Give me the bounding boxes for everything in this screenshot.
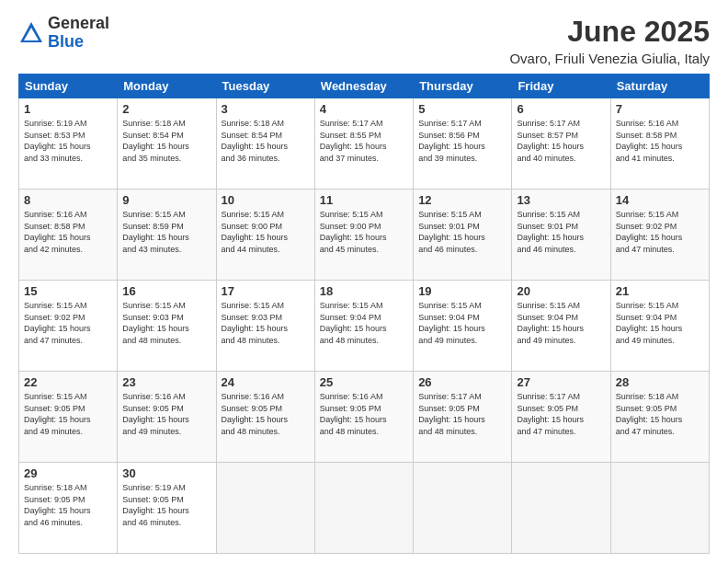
calendar-cell: 20Sunrise: 5:15 AMSunset: 9:04 PMDayligh…	[512, 281, 610, 372]
week-row-5: 29Sunrise: 5:18 AMSunset: 9:05 PMDayligh…	[19, 463, 710, 554]
calendar-cell: 10Sunrise: 5:15 AMSunset: 9:00 PMDayligh…	[216, 190, 314, 281]
calendar-cell: 7Sunrise: 5:16 AMSunset: 8:58 PMDaylight…	[610, 98, 709, 190]
calendar-cell: 15Sunrise: 5:15 AMSunset: 9:02 PMDayligh…	[19, 281, 118, 372]
calendar-cell: 28Sunrise: 5:18 AMSunset: 9:05 PMDayligh…	[610, 372, 709, 463]
calendar-cell: 5Sunrise: 5:17 AMSunset: 8:56 PMDaylight…	[414, 98, 512, 190]
calendar-cell	[512, 463, 610, 554]
day-info: Sunrise: 5:18 AMSunset: 8:54 PMDaylight:…	[122, 118, 210, 164]
day-info: Sunrise: 5:15 AMSunset: 9:02 PMDaylight:…	[616, 209, 704, 255]
day-info: Sunrise: 5:17 AMSunset: 8:56 PMDaylight:…	[418, 118, 506, 164]
calendar-cell: 14Sunrise: 5:15 AMSunset: 9:02 PMDayligh…	[610, 190, 709, 281]
calendar-cell: 6Sunrise: 5:17 AMSunset: 8:57 PMDaylight…	[512, 98, 610, 190]
header: General Blue June 2025 Ovaro, Friuli Ven…	[18, 15, 710, 66]
calendar-cell	[216, 463, 314, 554]
day-number: 27	[517, 375, 605, 389]
day-info: Sunrise: 5:15 AMSunset: 9:02 PMDaylight:…	[24, 300, 112, 346]
calendar-cell: 22Sunrise: 5:15 AMSunset: 9:05 PMDayligh…	[19, 372, 118, 463]
calendar-header-row: Sunday Monday Tuesday Wednesday Thursday…	[19, 75, 710, 98]
calendar-cell: 27Sunrise: 5:17 AMSunset: 9:05 PMDayligh…	[512, 372, 610, 463]
day-info: Sunrise: 5:15 AMSunset: 9:03 PMDaylight:…	[122, 300, 210, 346]
day-number: 5	[418, 102, 506, 116]
day-number: 30	[122, 466, 210, 480]
day-number: 24	[222, 375, 310, 389]
col-sunday: Sunday	[19, 75, 118, 98]
logo-icon	[18, 20, 44, 46]
day-number: 26	[418, 375, 506, 389]
calendar-cell: 13Sunrise: 5:15 AMSunset: 9:01 PMDayligh…	[512, 190, 610, 281]
calendar-cell: 8Sunrise: 5:16 AMSunset: 8:58 PMDaylight…	[19, 190, 118, 281]
calendar-cell: 25Sunrise: 5:16 AMSunset: 9:05 PMDayligh…	[314, 372, 413, 463]
col-tuesday: Tuesday	[216, 75, 314, 98]
day-info: Sunrise: 5:17 AMSunset: 8:55 PMDaylight:…	[320, 118, 408, 164]
day-number: 16	[122, 284, 210, 298]
calendar-cell: 29Sunrise: 5:18 AMSunset: 9:05 PMDayligh…	[19, 463, 118, 554]
day-number: 13	[517, 193, 605, 207]
day-number: 28	[616, 375, 704, 389]
calendar-cell: 24Sunrise: 5:16 AMSunset: 9:05 PMDayligh…	[216, 372, 314, 463]
day-number: 3	[222, 102, 310, 116]
logo-general-text: General	[48, 15, 109, 33]
page: General Blue June 2025 Ovaro, Friuli Ven…	[0, 0, 728, 563]
day-info: Sunrise: 5:15 AMSunset: 8:59 PMDaylight:…	[122, 209, 210, 255]
day-info: Sunrise: 5:15 AMSunset: 9:00 PMDaylight:…	[320, 209, 408, 255]
col-wednesday: Wednesday	[314, 75, 413, 98]
day-info: Sunrise: 5:18 AMSunset: 9:05 PMDaylight:…	[616, 391, 704, 437]
day-number: 29	[24, 466, 112, 480]
location: Ovaro, Friuli Venezia Giulia, Italy	[509, 51, 710, 66]
logo: General Blue	[18, 15, 109, 52]
day-number: 2	[122, 102, 210, 116]
day-info: Sunrise: 5:17 AMSunset: 9:05 PMDaylight:…	[517, 391, 605, 437]
calendar-cell: 30Sunrise: 5:19 AMSunset: 9:05 PMDayligh…	[118, 463, 216, 554]
day-info: Sunrise: 5:15 AMSunset: 9:01 PMDaylight:…	[418, 209, 506, 255]
day-info: Sunrise: 5:17 AMSunset: 9:05 PMDaylight:…	[418, 391, 506, 437]
day-number: 20	[517, 284, 605, 298]
day-info: Sunrise: 5:17 AMSunset: 8:57 PMDaylight:…	[517, 118, 605, 164]
day-info: Sunrise: 5:15 AMSunset: 9:04 PMDaylight:…	[616, 300, 704, 346]
calendar-cell: 9Sunrise: 5:15 AMSunset: 8:59 PMDaylight…	[118, 190, 216, 281]
day-number: 7	[616, 102, 704, 116]
day-number: 10	[222, 193, 310, 207]
day-info: Sunrise: 5:15 AMSunset: 9:04 PMDaylight:…	[320, 300, 408, 346]
day-info: Sunrise: 5:15 AMSunset: 9:00 PMDaylight:…	[222, 209, 310, 255]
day-info: Sunrise: 5:16 AMSunset: 9:05 PMDaylight:…	[320, 391, 408, 437]
calendar-cell: 23Sunrise: 5:16 AMSunset: 9:05 PMDayligh…	[118, 372, 216, 463]
day-number: 18	[320, 284, 408, 298]
day-info: Sunrise: 5:19 AMSunset: 8:53 PMDaylight:…	[24, 118, 112, 164]
week-row-2: 8Sunrise: 5:16 AMSunset: 8:58 PMDaylight…	[19, 190, 710, 281]
title-block: June 2025 Ovaro, Friuli Venezia Giulia, …	[509, 15, 710, 66]
day-number: 17	[222, 284, 310, 298]
day-info: Sunrise: 5:16 AMSunset: 8:58 PMDaylight:…	[24, 209, 112, 255]
calendar-cell: 12Sunrise: 5:15 AMSunset: 9:01 PMDayligh…	[414, 190, 512, 281]
calendar-cell: 4Sunrise: 5:17 AMSunset: 8:55 PMDaylight…	[314, 98, 413, 190]
day-number: 19	[418, 284, 506, 298]
col-friday: Friday	[512, 75, 610, 98]
day-info: Sunrise: 5:15 AMSunset: 9:05 PMDaylight:…	[24, 391, 112, 437]
day-number: 6	[517, 102, 605, 116]
calendar-cell: 18Sunrise: 5:15 AMSunset: 9:04 PMDayligh…	[314, 281, 413, 372]
logo-text: General Blue	[48, 15, 109, 52]
logo-blue-text: Blue	[48, 33, 109, 52]
day-number: 21	[616, 284, 704, 298]
calendar-cell: 21Sunrise: 5:15 AMSunset: 9:04 PMDayligh…	[610, 281, 709, 372]
day-info: Sunrise: 5:15 AMSunset: 9:04 PMDaylight:…	[418, 300, 506, 346]
calendar-cell: 26Sunrise: 5:17 AMSunset: 9:05 PMDayligh…	[414, 372, 512, 463]
day-info: Sunrise: 5:15 AMSunset: 9:03 PMDaylight:…	[222, 300, 310, 346]
day-info: Sunrise: 5:19 AMSunset: 9:05 PMDaylight:…	[122, 482, 210, 528]
calendar-cell: 16Sunrise: 5:15 AMSunset: 9:03 PMDayligh…	[118, 281, 216, 372]
day-number: 8	[24, 193, 112, 207]
day-info: Sunrise: 5:15 AMSunset: 9:01 PMDaylight:…	[517, 209, 605, 255]
calendar-cell: 1Sunrise: 5:19 AMSunset: 8:53 PMDaylight…	[19, 98, 118, 190]
calendar-cell	[314, 463, 413, 554]
day-number: 9	[122, 193, 210, 207]
day-number: 12	[418, 193, 506, 207]
calendar-cell: 19Sunrise: 5:15 AMSunset: 9:04 PMDayligh…	[414, 281, 512, 372]
day-info: Sunrise: 5:15 AMSunset: 9:04 PMDaylight:…	[517, 300, 605, 346]
day-number: 1	[24, 102, 112, 116]
day-info: Sunrise: 5:16 AMSunset: 9:05 PMDaylight:…	[122, 391, 210, 437]
day-info: Sunrise: 5:18 AMSunset: 8:54 PMDaylight:…	[222, 118, 310, 164]
calendar-cell: 17Sunrise: 5:15 AMSunset: 9:03 PMDayligh…	[216, 281, 314, 372]
col-thursday: Thursday	[414, 75, 512, 98]
day-number: 23	[122, 375, 210, 389]
day-info: Sunrise: 5:16 AMSunset: 9:05 PMDaylight:…	[222, 391, 310, 437]
calendar-cell: 3Sunrise: 5:18 AMSunset: 8:54 PMDaylight…	[216, 98, 314, 190]
